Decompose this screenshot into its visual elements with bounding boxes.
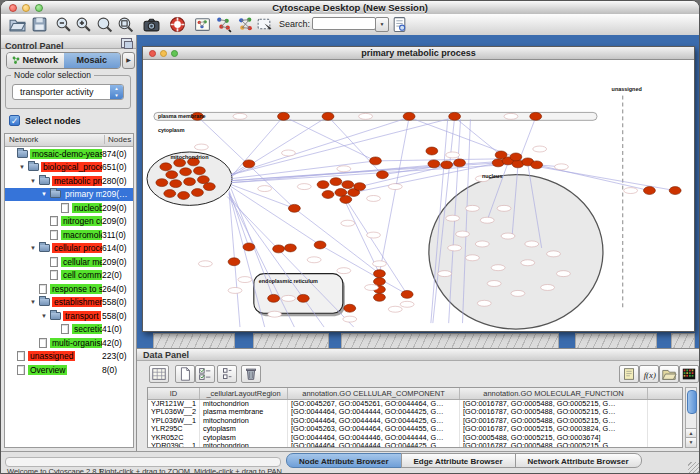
- graph-node[interactable]: [170, 180, 182, 188]
- attribute-list-icon[interactable]: [217, 365, 237, 383]
- graph-node[interactable]: [268, 294, 280, 302]
- graph-node[interactable]: [340, 196, 352, 204]
- network-canvas[interactable]: plasma membranecytoplasmmitochondrionnuc…: [143, 60, 694, 331]
- graph-node[interactable]: [370, 157, 382, 165]
- tree-row[interactable]: ▼transport558(0): [5, 309, 133, 323]
- notes-icon[interactable]: [619, 365, 639, 383]
- graph-node[interactable]: [297, 294, 309, 302]
- tree-row[interactable]: ▼establishment of lo558(0): [5, 296, 133, 310]
- save-session-icon[interactable]: [31, 16, 48, 33]
- table-vertical-scrollbar[interactable]: ▲ ▼: [685, 387, 697, 448]
- graph-node[interactable]: [344, 304, 356, 312]
- float-panel-icon[interactable]: [121, 38, 132, 48]
- search-dropdown-icon[interactable]: ▼: [375, 17, 389, 32]
- table-header-cell[interactable]: annotation.GO MOLECULAR_FUNCTION: [460, 388, 648, 399]
- attribute-browser-tab[interactable]: Node Attribute Browser: [286, 453, 402, 468]
- tree-row[interactable]: ▼biological_process651(0): [5, 161, 133, 175]
- layout-network-icon[interactable]: [215, 16, 232, 33]
- scroll-down-icon[interactable]: ▼: [686, 437, 696, 447]
- search-input[interactable]: [312, 17, 376, 30]
- table-header-cell[interactable]: ID: [148, 388, 200, 399]
- disclosure-triangle-icon[interactable]: ▼: [29, 299, 37, 305]
- new-attribute-icon[interactable]: [175, 365, 195, 383]
- function-builder-icon[interactable]: f(x): [639, 365, 659, 383]
- zoom-in-icon[interactable]: [75, 16, 92, 33]
- tree-row[interactable]: cellular metabol209(0): [5, 255, 133, 269]
- annotation-grid-icon[interactable]: [194, 16, 211, 33]
- zoom-selected-region-icon[interactable]: [117, 16, 134, 33]
- tree-row[interactable]: mosaic-demo-yeast874(0): [5, 147, 133, 161]
- tree-row[interactable]: Overview8(0): [5, 363, 133, 377]
- minimize-icon[interactable]: [160, 50, 167, 57]
- graph-node[interactable]: [273, 245, 285, 253]
- tree-row[interactable]: secretion41(0): [5, 323, 133, 337]
- graph-node[interactable]: [164, 190, 176, 198]
- graph-node[interactable]: [228, 258, 240, 266]
- graph-node[interactable]: [243, 160, 255, 168]
- graph-node[interactable]: [669, 187, 681, 195]
- close-icon[interactable]: [149, 50, 156, 57]
- graph-node[interactable]: [278, 112, 290, 120]
- graph-node[interactable]: [243, 243, 255, 251]
- vizmap-network-icon[interactable]: [237, 16, 254, 33]
- graph-edge[interactable]: [294, 208, 379, 273]
- graph-edge[interactable]: [409, 117, 528, 162]
- graph-node[interactable]: [317, 181, 329, 189]
- tree-row[interactable]: macromolecule311(0): [5, 228, 133, 242]
- disclosure-triangle-icon[interactable]: ▼: [40, 313, 48, 319]
- table-row[interactable]: YDR039C__1mitochondrion[GO:0044464, GO:0…: [148, 442, 682, 448]
- graph-node[interactable]: [180, 168, 192, 176]
- zoom-fit-content-icon[interactable]: [96, 16, 113, 33]
- select-mode-icon[interactable]: [256, 16, 273, 33]
- graph-edge[interactable]: [231, 116, 328, 176]
- graph-node[interactable]: [193, 167, 205, 175]
- import-attributes-icon[interactable]: [659, 365, 679, 383]
- graph-node[interactable]: [495, 151, 507, 159]
- table-row[interactable]: YJR121W__1mitochondrion[GO:0045267, GO:0…: [148, 400, 682, 408]
- select-attributes-icon[interactable]: [195, 365, 215, 383]
- graph-node[interactable]: [284, 244, 296, 252]
- graph-node[interactable]: [322, 191, 334, 199]
- graph-node[interactable]: [288, 204, 300, 212]
- graph-node[interactable]: [644, 187, 656, 195]
- open-session-icon[interactable]: [9, 16, 26, 33]
- tree-row[interactable]: unassigned223(0): [5, 350, 133, 364]
- graph-node[interactable]: [428, 160, 440, 168]
- graph-edge[interactable]: [379, 117, 409, 273]
- export-snapshot-icon[interactable]: [143, 16, 160, 33]
- help-icon[interactable]: [169, 16, 186, 33]
- graph-node[interactable]: [330, 178, 342, 186]
- tree-row[interactable]: nitrogen compo209(0): [5, 215, 133, 229]
- graph-node[interactable]: [166, 171, 178, 179]
- graph-node[interactable]: [184, 178, 196, 186]
- tab-mosaic[interactable]: Mosaic: [64, 53, 121, 68]
- tree-row[interactable]: response to stimulu264(0): [5, 282, 133, 296]
- tree-row[interactable]: ▼metabolic process280(0): [5, 174, 133, 188]
- scrollbar-thumb[interactable]: [687, 390, 697, 414]
- network-view-window[interactable]: primary metabolic process plasma membran…: [142, 46, 695, 332]
- attribute-browser-tab[interactable]: Edge Attribute Browser: [401, 453, 516, 468]
- graph-node[interactable]: [510, 153, 522, 161]
- graph-node[interactable]: [203, 183, 215, 191]
- graph-edge[interactable]: [283, 116, 375, 161]
- graph-node[interactable]: [354, 183, 366, 191]
- graph-node[interactable]: [401, 290, 413, 298]
- disclosure-triangle-icon[interactable]: ▼: [29, 245, 37, 251]
- tab-network[interactable]: Network: [7, 53, 64, 68]
- graph-node[interactable]: [178, 192, 190, 200]
- graph-node[interactable]: [441, 161, 453, 169]
- select-nodes-checkbox[interactable]: ✓: [9, 115, 20, 126]
- delete-attribute-icon[interactable]: [241, 365, 261, 383]
- network-view-titlebar[interactable]: primary metabolic process: [143, 47, 694, 60]
- graph-node[interactable]: [403, 112, 415, 120]
- horizontal-scrollbar[interactable]: [5, 457, 281, 467]
- window-titlebar[interactable]: Cytoscape Desktop (New Session): [1, 1, 699, 15]
- node-color-dropdown[interactable]: transporter activity ▲▼: [12, 84, 124, 100]
- graph-node[interactable]: [373, 270, 385, 278]
- graph-node[interactable]: [342, 181, 354, 189]
- graph-node[interactable]: [156, 179, 168, 187]
- disclosure-triangle-icon[interactable]: ▼: [29, 178, 37, 184]
- disclosure-triangle-icon[interactable]: ▼: [18, 164, 26, 170]
- disclosure-triangle-icon[interactable]: ▼: [40, 191, 48, 197]
- graph-node[interactable]: [322, 112, 334, 120]
